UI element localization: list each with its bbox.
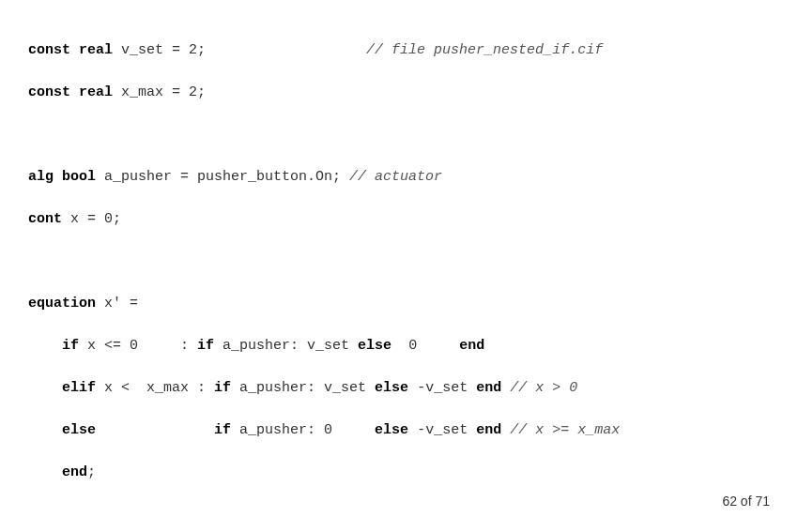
keyword: cont [28,211,62,227]
keyword: else [375,422,408,438]
keyword: if [197,338,214,354]
page-sep: of [737,494,755,509]
code-line [28,251,770,273]
indent [28,380,62,396]
code-text: a_pusher: v_set [214,338,358,354]
keyword: elif [62,380,96,396]
keyword: if [214,380,231,396]
comment: // actuator [349,169,442,185]
indent [28,464,62,480]
code-text: a_pusher: 0 [231,422,375,438]
keyword: else [358,338,391,354]
code-line: if x <= 0 : if a_pusher: v_set else 0 en… [28,336,770,357]
code-line [28,505,770,526]
code-text: x <= 0 : [79,338,197,354]
indent [28,422,62,438]
keyword: const [28,42,70,58]
code-line: const real x_max = 2; [28,83,770,104]
indent [28,338,62,354]
code-text: ; [87,464,96,480]
code-text: a_pusher: v_set [231,380,375,396]
keyword: end [476,380,501,396]
code-text: -v_set [408,422,476,438]
keyword: real [79,42,113,58]
keyword: alg [28,169,54,185]
code-text: 0 [391,338,459,354]
code-line: elif x < x_max : if a_pusher: v_set else… [28,378,770,400]
comment: // file pusher_nested_if.cif [366,42,603,58]
code-text: x' = [96,296,138,312]
code-line: const real v_set = 2; // file pusher_nes… [28,40,770,62]
code-line: cont x = 0; [28,209,770,231]
code-text: v_set = 2; [113,42,366,58]
code-text [96,422,214,438]
keyword: bool [62,169,96,185]
code-line: alg bool a_pusher = pusher_button.On; //… [28,167,770,189]
code-line: else if a_pusher: 0 else -v_set end // x… [28,420,770,442]
keyword: end [62,464,87,480]
comment: // x >= x_max [501,422,620,438]
code-line: end; [28,463,770,484]
page-total: 71 [755,494,770,509]
keyword: else [375,380,408,396]
code-line: equation x' = [28,294,770,315]
keyword: if [62,338,79,354]
keyword: equation [28,296,96,312]
keyword: if [214,422,231,438]
page-number: 62 of 71 [722,492,770,511]
keyword: else [62,422,96,438]
keyword: const [28,84,70,100]
keyword: end [459,338,484,354]
code-text: a_pusher = pusher_button.On; [96,169,349,185]
code-text: x = 0; [62,211,121,227]
code-text: x < x_max : [96,380,214,396]
code-text: -v_set [408,380,476,396]
comment: // x > 0 [501,380,577,396]
code-line [28,125,770,146]
code-text: x_max = 2; [113,84,206,100]
code-block: const real v_set = 2; // file pusher_nes… [28,19,770,532]
keyword: end [476,422,501,438]
page-current: 62 [722,494,737,509]
keyword: real [79,84,113,100]
